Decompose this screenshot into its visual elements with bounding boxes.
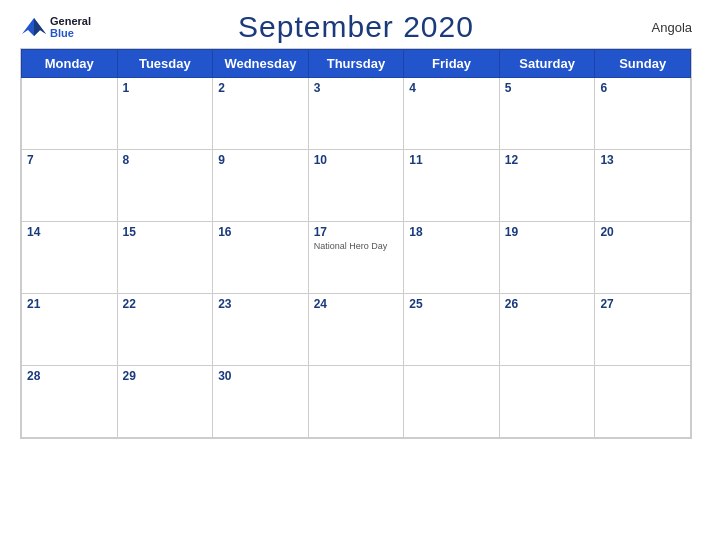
calendar-cell: 29 (117, 366, 213, 438)
day-number: 18 (409, 225, 494, 239)
day-number: 7 (27, 153, 112, 167)
day-number: 3 (314, 81, 399, 95)
calendar-header-row: MondayTuesdayWednesdayThursdayFridaySatu… (22, 50, 691, 78)
calendar-cell: 20 (595, 222, 691, 294)
day-number: 4 (409, 81, 494, 95)
day-number: 17 (314, 225, 399, 239)
weekday-header: Friday (404, 50, 500, 78)
calendar-cell: 9 (213, 150, 309, 222)
calendar-week-row: 21222324252627 (22, 294, 691, 366)
calendar-cell: 30 (213, 366, 309, 438)
day-number: 27 (600, 297, 685, 311)
day-number: 25 (409, 297, 494, 311)
calendar-cell: 6 (595, 78, 691, 150)
day-number: 21 (27, 297, 112, 311)
calendar-cell (404, 366, 500, 438)
weekday-header: Wednesday (213, 50, 309, 78)
weekday-header: Tuesday (117, 50, 213, 78)
calendar-cell: 8 (117, 150, 213, 222)
day-number: 13 (600, 153, 685, 167)
calendar-cell: 27 (595, 294, 691, 366)
calendar-cell: 4 (404, 78, 500, 150)
day-number: 19 (505, 225, 590, 239)
day-number: 10 (314, 153, 399, 167)
calendar-cell: 23 (213, 294, 309, 366)
day-number: 16 (218, 225, 303, 239)
weekday-header: Sunday (595, 50, 691, 78)
calendar-cell: 3 (308, 78, 404, 150)
calendar-body: 1234567891011121314151617National Hero D… (22, 78, 691, 438)
calendar-cell: 24 (308, 294, 404, 366)
calendar-cell: 25 (404, 294, 500, 366)
day-number: 11 (409, 153, 494, 167)
calendar-cell: 26 (499, 294, 595, 366)
calendar-cell: 19 (499, 222, 595, 294)
calendar-week-row: 282930 (22, 366, 691, 438)
day-number: 28 (27, 369, 112, 383)
day-number: 6 (600, 81, 685, 95)
weekday-header: Monday (22, 50, 118, 78)
holiday-text: National Hero Day (314, 241, 399, 252)
calendar-cell: 16 (213, 222, 309, 294)
weekday-header: Thursday (308, 50, 404, 78)
day-number: 23 (218, 297, 303, 311)
calendar-cell: 22 (117, 294, 213, 366)
country-label: Angola (652, 20, 692, 35)
calendar-cell (22, 78, 118, 150)
logo-text: General Blue (50, 15, 91, 39)
calendar-cell: 17National Hero Day (308, 222, 404, 294)
logo: General Blue (20, 15, 91, 39)
day-number: 2 (218, 81, 303, 95)
calendar-cell (499, 366, 595, 438)
calendar: MondayTuesdayWednesdayThursdayFridaySatu… (20, 48, 692, 439)
day-number: 20 (600, 225, 685, 239)
calendar-cell (308, 366, 404, 438)
calendar-cell: 11 (404, 150, 500, 222)
calendar-cell: 5 (499, 78, 595, 150)
calendar-cell: 18 (404, 222, 500, 294)
weekday-header: Saturday (499, 50, 595, 78)
day-number: 15 (123, 225, 208, 239)
day-number: 12 (505, 153, 590, 167)
day-number: 22 (123, 297, 208, 311)
calendar-cell: 1 (117, 78, 213, 150)
day-number: 1 (123, 81, 208, 95)
calendar-cell: 10 (308, 150, 404, 222)
day-number: 9 (218, 153, 303, 167)
day-number: 5 (505, 81, 590, 95)
calendar-cell: 14 (22, 222, 118, 294)
calendar-week-row: 78910111213 (22, 150, 691, 222)
calendar-week-row: 14151617National Hero Day181920 (22, 222, 691, 294)
day-number: 30 (218, 369, 303, 383)
day-number: 14 (27, 225, 112, 239)
day-number: 24 (314, 297, 399, 311)
calendar-cell: 13 (595, 150, 691, 222)
calendar-cell: 7 (22, 150, 118, 222)
day-number: 26 (505, 297, 590, 311)
calendar-title: September 2020 (238, 10, 474, 44)
svg-marker-1 (34, 18, 46, 36)
logo-bird-icon (20, 16, 48, 38)
calendar-cell: 12 (499, 150, 595, 222)
calendar-cell: 2 (213, 78, 309, 150)
day-number: 8 (123, 153, 208, 167)
calendar-cell: 28 (22, 366, 118, 438)
calendar-cell: 21 (22, 294, 118, 366)
calendar-cell: 15 (117, 222, 213, 294)
calendar-cell (595, 366, 691, 438)
calendar-week-row: 123456 (22, 78, 691, 150)
day-number: 29 (123, 369, 208, 383)
